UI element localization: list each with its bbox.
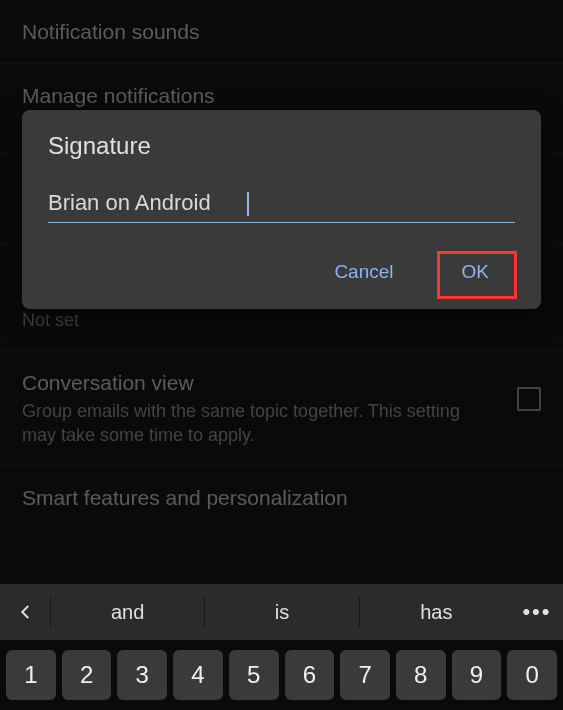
keyboard-key-6[interactable]: 6 [285,650,335,700]
signature-dialog: Signature Cancel OK [22,110,541,309]
signature-input-wrap[interactable] [48,190,515,223]
keyboard-suggestion-3[interactable]: has [359,596,513,628]
keyboard-key-9[interactable]: 9 [452,650,502,700]
virtual-keyboard: and is has ••• 1234567890 [0,584,563,710]
keyboard-key-0[interactable]: 0 [507,650,557,700]
keyboard-key-2[interactable]: 2 [62,650,112,700]
keyboard-more-icon[interactable]: ••• [513,599,561,625]
keyboard-number-row: 1234567890 [0,640,563,710]
keyboard-key-1[interactable]: 1 [6,650,56,700]
keyboard-suggestion-1[interactable]: and [50,596,204,628]
text-cursor [247,192,249,216]
keyboard-suggestion-2[interactable]: is [204,596,358,628]
keyboard-key-7[interactable]: 7 [340,650,390,700]
keyboard-key-5[interactable]: 5 [229,650,279,700]
keyboard-suggestion-bar: and is has ••• [0,584,563,640]
ok-button[interactable]: OK [448,253,503,291]
cancel-button[interactable]: Cancel [320,253,407,291]
keyboard-key-8[interactable]: 8 [396,650,446,700]
keyboard-key-3[interactable]: 3 [117,650,167,700]
keyboard-key-4[interactable]: 4 [173,650,223,700]
dialog-actions: Cancel OK [48,253,515,291]
signature-input[interactable] [48,190,515,216]
dialog-title: Signature [48,132,515,160]
keyboard-back-icon[interactable] [2,603,50,621]
